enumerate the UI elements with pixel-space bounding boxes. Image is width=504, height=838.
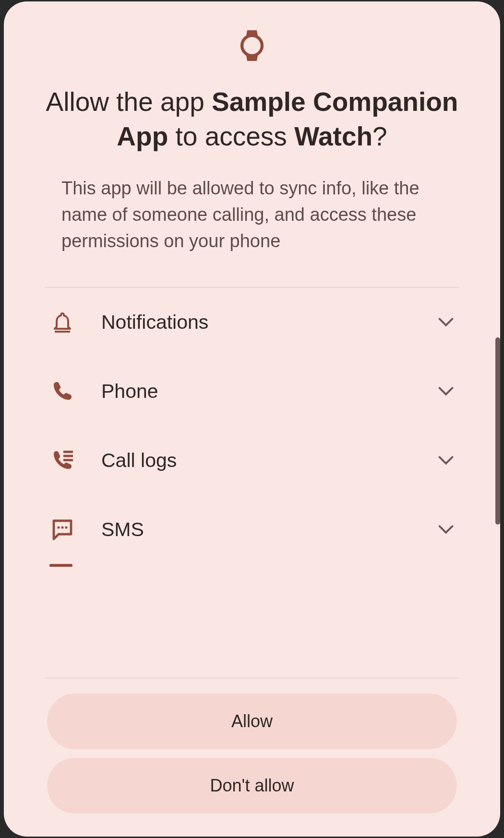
title-suffix: ? bbox=[372, 121, 387, 151]
permission-item-phone[interactable]: Phone bbox=[49, 357, 455, 426]
permission-label: Notifications bbox=[101, 311, 437, 334]
dialog-description: This app will be allowed to sync info, l… bbox=[4, 175, 500, 254]
deny-button[interactable]: Don't allow bbox=[47, 758, 457, 814]
svg-point-4 bbox=[57, 527, 60, 529]
title-prefix: Allow the app bbox=[46, 87, 212, 117]
chevron-down-icon bbox=[437, 383, 455, 400]
permission-item-notifications[interactable]: Notifications bbox=[49, 287, 455, 357]
dialog-buttons: Allow Don't allow bbox=[4, 678, 500, 837]
sms-icon bbox=[49, 516, 75, 542]
permission-dialog: Allow the app Sample Companion App to ac… bbox=[4, 1, 500, 837]
chevron-down-icon bbox=[437, 313, 455, 331]
svg-rect-2 bbox=[63, 455, 73, 457]
svg-point-0 bbox=[242, 36, 262, 56]
call-logs-icon bbox=[49, 447, 75, 473]
notifications-icon bbox=[49, 309, 75, 335]
svg-rect-1 bbox=[63, 451, 73, 453]
title-target: Watch bbox=[294, 121, 372, 151]
chevron-down-icon bbox=[437, 452, 455, 469]
watch-icon bbox=[4, 28, 500, 63]
scrollbar[interactable] bbox=[495, 337, 500, 525]
permission-label: SMS bbox=[101, 518, 437, 541]
permission-item-call-logs[interactable]: Call logs bbox=[49, 426, 455, 495]
permission-item-sms[interactable]: SMS bbox=[49, 495, 455, 564]
svg-rect-3 bbox=[63, 459, 73, 461]
permission-label: Call logs bbox=[101, 449, 437, 472]
svg-point-5 bbox=[61, 527, 63, 529]
title-middle: to access bbox=[168, 121, 294, 151]
permission-label: Phone bbox=[101, 380, 437, 403]
partial-item-icon bbox=[49, 564, 72, 567]
dialog-title: Allow the app Sample Companion App to ac… bbox=[4, 85, 500, 154]
phone-icon bbox=[49, 378, 75, 404]
allow-button[interactable]: Allow bbox=[47, 694, 457, 749]
permission-item-partial[interactable] bbox=[49, 564, 455, 574]
permission-list: Notifications Phone bbox=[4, 287, 500, 678]
svg-point-6 bbox=[65, 527, 67, 529]
chevron-down-icon bbox=[437, 521, 455, 538]
